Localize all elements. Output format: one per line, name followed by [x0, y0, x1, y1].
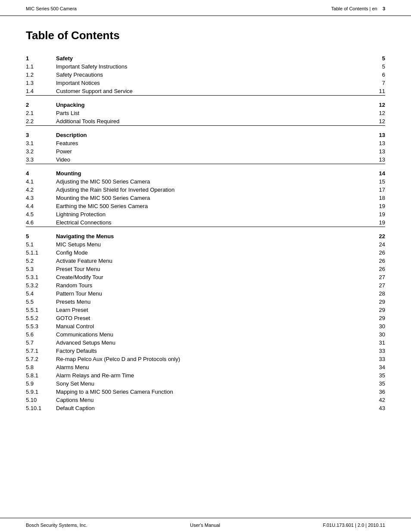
entry-num: 5.10 [26, 396, 56, 404]
entry-num: 4.3 [26, 194, 56, 202]
entry-page-ref: 35 [368, 371, 385, 380]
toc-entry: 3.1Features13 [26, 139, 385, 147]
entry-page-ref: 26 [368, 249, 385, 257]
entry-page-ref: 13 [368, 147, 385, 156]
page-ref: 14 [368, 164, 385, 178]
entry-num: 5.7.2 [26, 355, 56, 363]
entry-num: 5.5.3 [26, 322, 56, 330]
entry-num: 2.1 [26, 109, 56, 117]
page-ref: 5 [368, 54, 385, 62]
toc-section-header: 2Unpacking12 [26, 96, 385, 109]
entry-page-ref: 36 [368, 388, 385, 396]
entry-page-ref: 29 [368, 298, 385, 306]
entry-num: 5.8.1 [26, 371, 56, 380]
toc-entry: 3.2Power13 [26, 147, 385, 156]
entry-page-ref: 12 [368, 117, 385, 126]
entry-num: 5.9 [26, 380, 56, 388]
entry-title: Earthing the MIC 500 Series Camera [56, 202, 368, 210]
entry-title: MIC Setups Menu [56, 240, 368, 249]
entry-page-ref: 15 [368, 177, 385, 186]
entry-page-ref: 11 [368, 87, 385, 96]
toc-entry: 4.4Earthing the MIC 500 Series Camera19 [26, 202, 385, 210]
entry-title: Config Mode [56, 249, 368, 257]
page-footer: Bosch Security Systems, Inc. User's Manu… [0, 518, 411, 532]
entry-num: 5.1.1 [26, 249, 56, 257]
page-ref: 13 [368, 126, 385, 140]
entry-page-ref: 29 [368, 306, 385, 314]
toc-section-header: 3Description13 [26, 126, 385, 140]
entry-page-ref: 19 [368, 202, 385, 210]
entry-num: 4.2 [26, 186, 56, 194]
entry-num: 2.2 [26, 117, 56, 126]
toc-entry: 5.10Captions Menu42 [26, 396, 385, 404]
toc-entry: 5.3Preset Tour Menu26 [26, 265, 385, 273]
entry-num: 5.3 [26, 265, 56, 273]
entry-num: 1.3 [26, 79, 56, 87]
toc-entry: 5.9Sony Set Menu35 [26, 380, 385, 388]
entry-title: Mounting the MIC 500 Series Camera [56, 194, 368, 202]
toc-entry: 5.9.1Mapping to a MIC 500 Series Camera … [26, 388, 385, 396]
main-content: Table of Contents 1Safety51.1Important S… [0, 16, 411, 425]
section-title: Description [56, 126, 368, 140]
toc-entry: 5.3.2Random Tours27 [26, 281, 385, 289]
toc-table: 1Safety51.1Important Safety Instructions… [26, 54, 385, 412]
entry-title: Features [56, 139, 368, 147]
entry-title: Manual Control [56, 322, 368, 330]
entry-title: Mapping to a MIC 500 Series Camera Funct… [56, 388, 368, 396]
entry-num: 5.10.1 [26, 404, 56, 412]
entry-num: 5.5 [26, 298, 56, 306]
entry-title: Safety Precautions [56, 71, 368, 79]
toc-section-header: 4Mounting14 [26, 164, 385, 178]
entry-num: 5.4 [26, 289, 56, 298]
entry-title: GOTO Preset [56, 314, 368, 322]
entry-page-ref: 35 [368, 380, 385, 388]
toc-entry: 1.3Important Notices7 [26, 79, 385, 87]
entry-page-ref: 19 [368, 218, 385, 227]
toc-entry: 1.2Safety Precautions6 [26, 71, 385, 79]
entry-page-ref: 42 [368, 396, 385, 404]
entry-num: 4.5 [26, 210, 56, 218]
page-header: MIC Series 500 Camera Table of Contents … [0, 0, 411, 16]
toc-entry: 5.7.1Factory Defaults33 [26, 347, 385, 355]
entry-num: 5.7.1 [26, 347, 56, 355]
section-num: 2 [26, 96, 56, 109]
entry-page-ref: 12 [368, 109, 385, 117]
toc-entry: 5.5.1Learn Preset29 [26, 306, 385, 314]
footer-center: User's Manual [190, 523, 220, 528]
toc-title: Table of Contents [26, 29, 385, 42]
toc-entry: 5.2Activate Feature Menu26 [26, 257, 385, 265]
entry-page-ref: 30 [368, 322, 385, 330]
entry-title: Create/Modify Tour [56, 273, 368, 281]
entry-title: Alarm Relays and Re-arm Time [56, 371, 368, 380]
entry-page-ref: 24 [368, 240, 385, 249]
entry-num: 1.2 [26, 71, 56, 79]
entry-page-ref: 34 [368, 363, 385, 371]
entry-title: Captions Menu [56, 396, 368, 404]
entry-page-ref: 33 [368, 347, 385, 355]
entry-num: 5.8 [26, 363, 56, 371]
toc-entry: 4.6Electrical Connections19 [26, 218, 385, 227]
entry-title: Sony Set Menu [56, 380, 368, 388]
entry-num: 3.3 [26, 156, 56, 164]
entry-title: Random Tours [56, 281, 368, 289]
entry-page-ref: 17 [368, 186, 385, 194]
entry-title: Pattern Tour Menu [56, 289, 368, 298]
entry-page-ref: 43 [368, 404, 385, 412]
entry-title: Communications Menu [56, 330, 368, 339]
header-section-label: Table of Contents | en [331, 6, 383, 11]
entry-title: Important Notices [56, 79, 368, 87]
page-ref: 22 [368, 227, 385, 241]
entry-page-ref: 13 [368, 156, 385, 164]
toc-entry: 5.1.1Config Mode26 [26, 249, 385, 257]
page: MIC Series 500 Camera Table of Contents … [0, 0, 411, 532]
entry-title: Electrical Connections [56, 218, 368, 227]
entry-num: 5.1 [26, 240, 56, 249]
entry-title: Power [56, 147, 368, 156]
entry-num: 5.2 [26, 257, 56, 265]
entry-page-ref: 31 [368, 339, 385, 347]
entry-page-ref: 19 [368, 210, 385, 218]
footer-left: Bosch Security Systems, Inc. [26, 523, 87, 528]
entry-num: 5.3.2 [26, 281, 56, 289]
toc-entry: 3.3Video13 [26, 156, 385, 164]
toc-entry: 2.2Additional Tools Required12 [26, 117, 385, 126]
